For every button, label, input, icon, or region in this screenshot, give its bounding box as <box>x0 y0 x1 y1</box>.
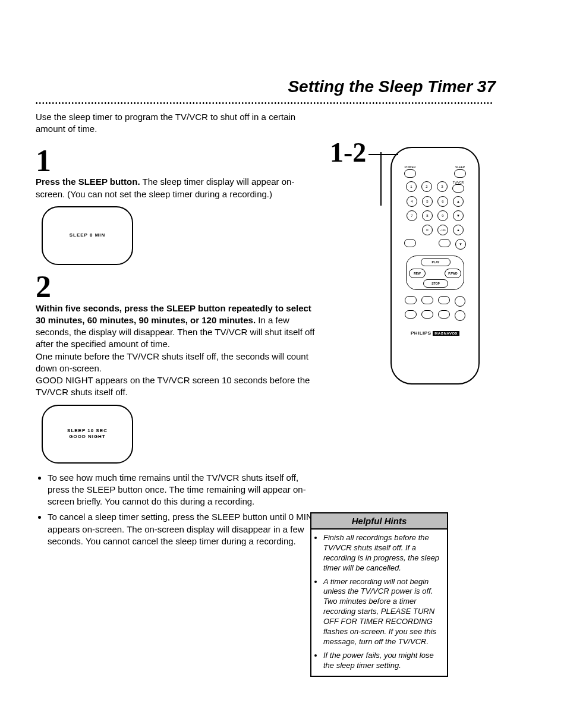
hint-2: A timer recording will not begin unless … <box>323 577 442 647</box>
notes-list: To see how much time remains until the T… <box>48 472 321 548</box>
right-column: POWER SLEEP 1 2 3 TV/VCR <box>339 111 531 551</box>
num-4[interactable]: 4 <box>407 196 417 207</box>
vol-up-button[interactable]: ▲ <box>453 225 464 235</box>
note-1: To see how much time remains until the T… <box>48 472 321 508</box>
num-9[interactable]: 9 <box>437 210 448 221</box>
step-2-text: Within five seconds, press the SLEEP but… <box>36 302 321 351</box>
transport-controls: PLAY REW F.FWD STOP <box>406 256 464 290</box>
intro-text: Use the sleep timer to program the TV/VC… <box>36 111 321 135</box>
brand-philips: PHILIPS <box>411 330 431 336</box>
ch-down-button[interactable]: ▼ <box>453 210 464 221</box>
brand-magnavox: MAGNAVOX <box>433 331 459 336</box>
ch-up-button[interactable]: ▲ <box>453 196 464 207</box>
vol-down-button[interactable]: ▼ <box>455 239 466 250</box>
remote-control: POWER SLEEP 1 2 3 TV/VCR <box>390 147 480 385</box>
hints-list: Finish all recordings before the TV/VCR … <box>323 533 442 671</box>
step-2-p3: GOOD NIGHT appears on the TV/VCR screen … <box>36 374 321 399</box>
num-6[interactable]: 6 <box>437 196 448 207</box>
status-button[interactable] <box>405 310 417 319</box>
callout-label: 1-2 <box>330 137 398 168</box>
track-button[interactable] <box>438 310 450 319</box>
callout-line-icon <box>368 154 398 155</box>
screen-2-line2: GOOD NIGHT <box>69 434 106 440</box>
num-5[interactable]: 5 <box>422 196 433 207</box>
screen-display-2: SLEEP 10 SEC GOOD NIGHT <box>42 405 133 464</box>
step-2-number: 2 <box>36 273 321 301</box>
menu-button[interactable] <box>404 239 416 247</box>
up-button[interactable] <box>455 296 465 307</box>
num-1[interactable]: 1 <box>406 181 417 192</box>
hint-1: Finish all recordings before the TV/VCR … <box>323 533 442 573</box>
manual-page: Setting the Sleep Timer 37 •••••••••••••… <box>0 0 567 575</box>
num-7[interactable]: 7 <box>407 210 417 221</box>
note-2: To cancel a sleep timer setting, press t… <box>48 511 321 547</box>
power-label: POWER <box>405 166 416 169</box>
num-0[interactable]: 0 <box>422 225 433 235</box>
power-button[interactable] <box>404 169 416 178</box>
clear-button[interactable] <box>421 310 433 319</box>
callout-line-down-icon <box>380 152 382 206</box>
helpful-hints-box: Helpful Hints Finish all recordings befo… <box>310 512 448 677</box>
page-title: Setting the Sleep Timer 37 <box>36 77 496 96</box>
callout-text: 1-2 <box>330 137 366 168</box>
remote-brand: PHILIPS MAGNAVOX <box>411 330 459 336</box>
hint-3: If the power fails, you might lose the s… <box>323 651 442 671</box>
step-1-text: Press the SLEEP button. The sleep timer … <box>36 176 321 200</box>
num-8[interactable]: 8 <box>422 210 433 221</box>
num-2[interactable]: 2 <box>421 181 432 192</box>
down-button[interactable] <box>455 310 465 321</box>
left-column: Use the sleep timer to program the TV/VC… <box>36 111 321 551</box>
num-100[interactable]: +100 <box>437 225 448 235</box>
dot-rule: ••••••••••••••••••••••••••••••••••••••••… <box>36 100 519 106</box>
mute-button[interactable] <box>439 239 451 247</box>
step-2-p2: One minute before the TV/VCR shuts itsel… <box>36 351 321 375</box>
stop-button[interactable]: STOP <box>423 279 448 288</box>
screen-1-line: SLEEP 0 MIN <box>70 232 106 238</box>
tvvcr-button[interactable] <box>452 184 464 193</box>
screen-2-line1: SLEEP 10 SEC <box>67 428 108 434</box>
sleep-button[interactable] <box>454 169 466 178</box>
index-button[interactable] <box>438 296 450 304</box>
rew-button[interactable]: REW <box>409 269 426 278</box>
rec-button[interactable] <box>405 296 417 304</box>
play-button[interactable]: PLAY <box>421 258 451 266</box>
memory-button[interactable] <box>421 296 433 304</box>
step-1-number: 1 <box>36 147 321 175</box>
screen-display-1: SLEEP 0 MIN <box>42 206 133 265</box>
ffwd-button[interactable]: F.FWD <box>445 269 461 278</box>
step-1-bold: Press the SLEEP button. <box>36 177 140 187</box>
hints-title: Helpful Hints <box>311 513 447 530</box>
num-3[interactable]: 3 <box>437 181 448 192</box>
sleep-label: SLEEP <box>455 166 465 169</box>
